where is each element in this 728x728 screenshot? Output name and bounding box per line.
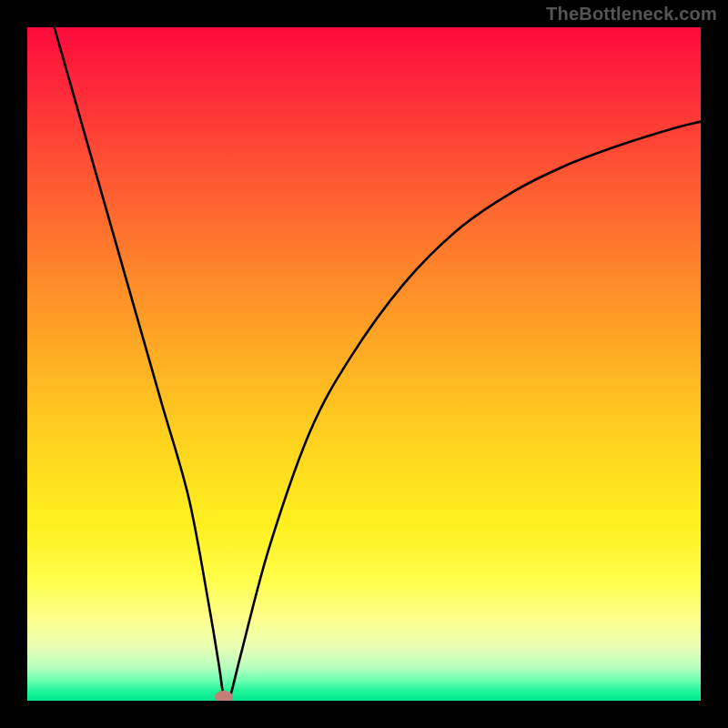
vertex-marker [215, 691, 233, 701]
chart-frame: TheBottleneck.com [0, 0, 728, 728]
bottleneck-curve [55, 27, 701, 699]
plot-area [27, 27, 701, 701]
curve-svg [27, 27, 701, 701]
attribution-text: TheBottleneck.com [546, 4, 717, 25]
